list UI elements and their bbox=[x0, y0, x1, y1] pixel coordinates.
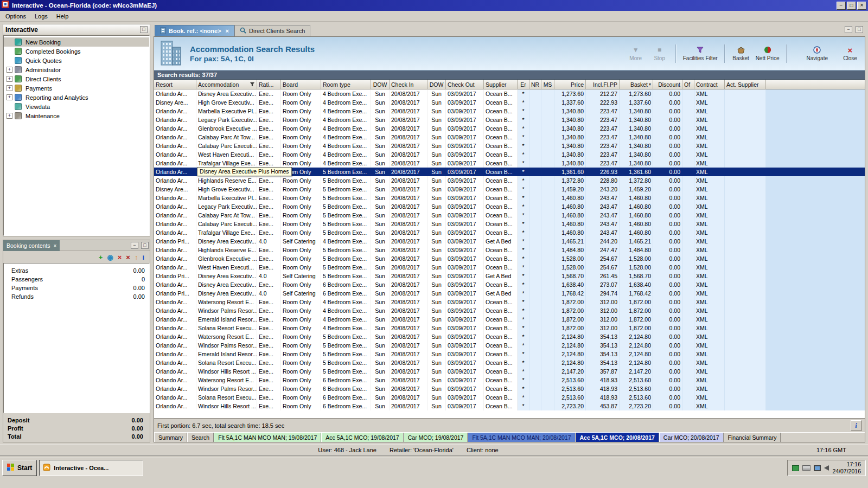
table-row[interactable]: Orlando Ar...Calabay Parc At Tow...Exe..… bbox=[154, 211, 865, 220]
session-tab-acc-5a-1c-mco-20-08-2017[interactable]: Acc 5A,1C MCO; 20/08/2017 bbox=[576, 433, 659, 442]
table-row[interactable]: Orlando Ar...Trafalgar Village Exe...Exe… bbox=[154, 228, 865, 237]
table-row[interactable]: Orlando Ar...Legacy Park Executiv...Exe.… bbox=[154, 202, 865, 211]
sidebar-item-reporting-and-analytics[interactable]: +Reporting and Analytics bbox=[4, 93, 149, 102]
booking-item-payments[interactable]: Payments0.00 bbox=[4, 284, 149, 292]
table-row[interactable]: Orlando Ar...Highlands Reserve E...Exe..… bbox=[154, 176, 865, 185]
table-row[interactable]: Orlando Ar...West Haven Executi...Exe...… bbox=[154, 150, 865, 159]
table-row[interactable]: Orlando Ar...Emerald Island Resor...Exe.… bbox=[154, 315, 865, 324]
maximize-view-button[interactable]: □ bbox=[856, 26, 863, 33]
close-icon[interactable]: × bbox=[54, 243, 57, 249]
table-row[interactable]: Orlando Ar...Emerald Island Resor...Exe.… bbox=[154, 350, 865, 358]
menu-help[interactable]: Help bbox=[52, 12, 73, 21]
taskbar-clock[interactable]: 17:16 24/07/2016 bbox=[832, 461, 861, 475]
table-row[interactable]: Disney Are...High Grove Executiv...Exe..… bbox=[154, 185, 865, 194]
sidebar-item-maintenance[interactable]: +Maintenance bbox=[4, 111, 149, 120]
minimize-view-button[interactable]: − bbox=[845, 26, 852, 33]
column-header-discount[interactable]: Discount bbox=[653, 80, 682, 89]
start-button[interactable]: Start bbox=[2, 460, 37, 476]
expand-icon[interactable]: + bbox=[7, 113, 12, 119]
table-row[interactable]: Orlando Ar...Watersong Resort E...Exe...… bbox=[154, 298, 865, 306]
menu-options[interactable]: Options bbox=[1, 12, 30, 21]
session-tab-flt-5a-1c-man-mco-man-20-08-2017[interactable]: Flt 5A,1C MAN MCO MAN; 20/08/2017 bbox=[468, 433, 575, 442]
menu-logs[interactable]: Logs bbox=[30, 12, 52, 21]
close-icon[interactable]: × bbox=[226, 28, 229, 34]
booking-item-passengers[interactable]: Passengers0 bbox=[4, 275, 149, 284]
display-icon[interactable] bbox=[814, 465, 821, 471]
table-row[interactable]: Orlando Ar...Solana Resort Execu...Exe..… bbox=[154, 324, 865, 332]
filter-icon[interactable] bbox=[250, 81, 255, 88]
add-icon[interactable]: + bbox=[99, 254, 103, 261]
info-icon[interactable]: i bbox=[142, 254, 144, 261]
table-row[interactable]: Orlando Pri...Disney Area Executiv...4.0… bbox=[154, 272, 865, 280]
table-row[interactable]: Orlando Ar...Calabay Parc Executi...Exe.… bbox=[154, 142, 865, 150]
session-tab-acc-5a-1c-mco-19-08-2017[interactable]: Acc 5A,1C MCO; 19/08/2017 bbox=[321, 433, 403, 442]
network-icon[interactable] bbox=[792, 465, 799, 471]
tab-book-ref[interactable]: Book. ref.: <none> × bbox=[155, 25, 234, 36]
session-tab-search[interactable]: Search bbox=[187, 433, 214, 442]
booking-contents-tab[interactable]: Booking contents × bbox=[3, 240, 60, 251]
sidebar-item-payments[interactable]: +Payments bbox=[4, 84, 149, 93]
table-row[interactable]: Orlando Ar...Marbella Executive Pl...Exe… bbox=[154, 194, 865, 202]
world-icon[interactable]: ◉ bbox=[107, 254, 113, 261]
delete-icon[interactable]: × bbox=[126, 254, 130, 261]
column-header-nr[interactable]: NR bbox=[529, 80, 541, 89]
panel-restore-button[interactable]: □ bbox=[140, 26, 148, 33]
column-header-resort[interactable]: Resort bbox=[154, 80, 196, 89]
table-row[interactable]: Orlando Ar...Solana Resort Execu...Exe..… bbox=[154, 393, 865, 402]
table-row[interactable]: Orlando Ar...Trafalgar Village Exe...Exe… bbox=[154, 159, 865, 168]
column-header-price[interactable]: Price bbox=[554, 80, 586, 89]
session-tab-financial-summary[interactable]: Financial Summary bbox=[724, 433, 781, 442]
expand-icon[interactable]: + bbox=[7, 76, 12, 82]
column-header-check-in[interactable]: Check In bbox=[390, 80, 427, 89]
keyboard-icon[interactable] bbox=[802, 465, 810, 471]
table-row[interactable]: Orlando Ar...Disney Area Executiv...Exe.… bbox=[154, 89, 865, 98]
export-icon[interactable]: ↑ bbox=[135, 254, 138, 261]
remove-from-basket-icon[interactable]: × bbox=[118, 254, 122, 261]
close-button[interactable]: × bbox=[857, 2, 866, 10]
table-row[interactable]: Orlando Ar...Windsor Hills Resort ...Exe… bbox=[154, 402, 865, 410]
column-header-of[interactable]: Of bbox=[682, 80, 694, 89]
table-row[interactable]: Orlando Ar...Calabay Parc Executi...Exe.… bbox=[154, 220, 865, 228]
table-row[interactable]: Orlando Ar...Solana Resort Execu...Exe..… bbox=[154, 358, 865, 367]
expand-icon[interactable]: + bbox=[7, 67, 12, 73]
basket-button[interactable]: Basket bbox=[732, 46, 750, 61]
session-tab-flt-5a-1c-man-mco-man-19-08-2017[interactable]: Flt 5A,1C MAN MCO MAN; 19/08/2017 bbox=[214, 433, 321, 442]
column-header-check-out[interactable]: Check Out bbox=[446, 80, 484, 89]
sidebar-item-new-booking[interactable]: New Booking bbox=[4, 37, 149, 47]
table-row[interactable]: Orlando Ar...Watersong Resort E...Exe...… bbox=[154, 376, 865, 384]
table-row[interactable]: Orlando Pri...Disney Area Executiv...4.0… bbox=[154, 237, 865, 246]
nett-price-button[interactable]: Nett Price bbox=[756, 46, 780, 61]
expand-icon[interactable]: + bbox=[7, 94, 12, 100]
sidebar-item-administrator[interactable]: +Administrator bbox=[4, 65, 149, 74]
expand-icon[interactable]: + bbox=[7, 85, 12, 91]
column-header-incl-fl-pp[interactable]: Incl.Fl.PP bbox=[586, 80, 620, 89]
table-row[interactable]: Orlando Ar...Glenbrook Executive ...Exe.… bbox=[154, 254, 865, 263]
table-row[interactable]: Orlando Ar...Windsor Hills Resort ...Exe… bbox=[154, 367, 865, 376]
sidebar-item-viewdata[interactable]: Viewdata bbox=[4, 102, 149, 111]
table-row[interactable]: Orlando Ar...Glenbrook Executive ...Exe.… bbox=[154, 124, 865, 133]
column-header-accommodation[interactable]: Accommodation bbox=[196, 80, 257, 89]
sidebar-item-quick-quotes[interactable]: Quick Quotes bbox=[4, 56, 149, 65]
column-header-ms[interactable]: MS bbox=[541, 80, 554, 89]
volume-icon[interactable] bbox=[824, 465, 829, 471]
info-button[interactable]: i bbox=[851, 420, 861, 431]
tab-direct-clients-search[interactable]: Direct Clients Search bbox=[234, 25, 310, 36]
navigate-button[interactable]: Navigate bbox=[807, 46, 828, 61]
column-header-room-type[interactable]: Room type bbox=[321, 80, 371, 89]
table-row[interactable]: Orlando Ar...Windsor Palms Resor...Exe..… bbox=[154, 341, 865, 350]
column-header-act-supplier[interactable]: Act. Supplier bbox=[725, 80, 766, 89]
column-header-dow[interactable]: DOW bbox=[371, 80, 390, 89]
column-header-dow-2[interactable]: DOW bbox=[427, 80, 446, 89]
minimize-panel-button[interactable]: − bbox=[131, 242, 138, 249]
column-header-er[interactable]: Er bbox=[518, 80, 529, 89]
sidebar-item-completed-bookings[interactable]: Completed Bookings bbox=[4, 47, 149, 56]
maximize-panel-button[interactable]: □ bbox=[141, 242, 149, 249]
maximize-button[interactable]: □ bbox=[847, 2, 856, 10]
table-row[interactable]: Orlando Ar...West Haven Executi...Exe...… bbox=[154, 263, 865, 272]
table-row[interactable]: Orlando Ar...Watersong Resort E...Exe...… bbox=[154, 332, 865, 341]
column-header-basket[interactable]: Basket▾ bbox=[620, 80, 653, 89]
facilities-filter-button[interactable]: Facilities Filter bbox=[683, 46, 718, 61]
table-row[interactable]: Orlando Ar...Legacy Park Executiv...Exe.… bbox=[154, 115, 865, 124]
table-row[interactable]: Orlando Ar...Calabay Parc At Tow...Exe..… bbox=[154, 133, 865, 142]
session-tab-car-mco-19-08-2017[interactable]: Car MCO; 19/08/2017 bbox=[404, 433, 468, 442]
